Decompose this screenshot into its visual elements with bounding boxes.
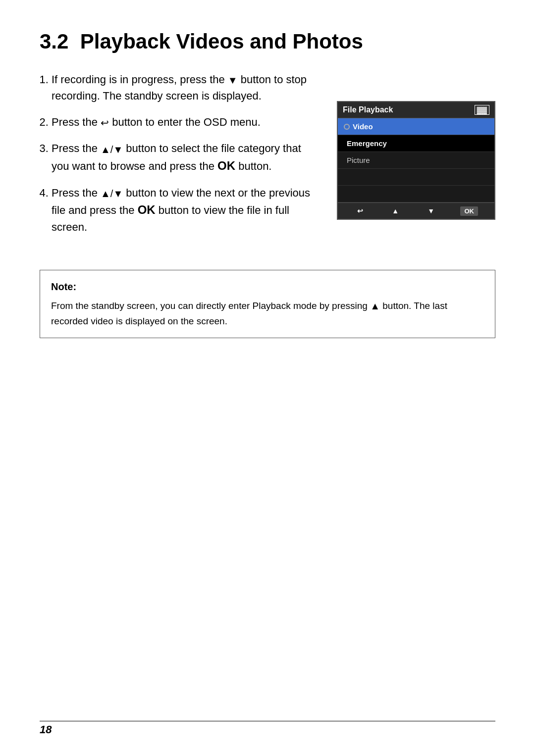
section-title: 3.2 Playback Videos and Photos [40, 30, 495, 53]
instruction-step-2: Press the ↩ button to enter the OSD menu… [52, 114, 317, 130]
note-up-icon: ▲ [370, 299, 380, 314]
page-divider [40, 721, 495, 722]
panel-row-emergency[interactable]: Emergency [338, 135, 494, 152]
ok-label-4: OK [138, 203, 156, 216]
section-number: 3.2 [40, 30, 68, 53]
panel-row-video[interactable]: Video [338, 118, 494, 135]
footer-ok-button[interactable]: OK [460, 206, 478, 216]
panel-row-picture[interactable]: Picture [338, 152, 494, 169]
up-down-icon-4: ▲/▼ [101, 186, 123, 201]
page-number: 18 [40, 723, 52, 736]
instruction-step-1: If recording is in progress, press the ▼… [52, 71, 317, 104]
instruction-step-3: Press the ▲/▼ button to select the file … [52, 140, 317, 174]
panel-footer: ↩ ▲ ▼ OK [338, 202, 494, 219]
section-title-text: Playback Videos and Photos [80, 30, 363, 53]
footer-up-button[interactable]: ▲ [389, 206, 402, 216]
panel-header: File Playback ▓▓ [338, 102, 494, 118]
note-text: From the standby screen, you can directl… [51, 299, 484, 329]
instruction-step-4: Press the ▲/▼ button to view the next or… [52, 185, 317, 235]
ok-label-3: OK [217, 159, 235, 172]
instructions-list: If recording is in progress, press the ▼… [40, 71, 317, 245]
panel-empty-row-2 [338, 186, 494, 202]
note-box: Note: From the standby screen, you can d… [40, 270, 495, 338]
return-icon: ↩ [101, 115, 109, 130]
footer-back-button[interactable]: ↩ [354, 206, 366, 216]
radio-circle-video [344, 124, 350, 130]
panel-empty-row-1 [338, 169, 494, 186]
panel-title: File Playback [343, 105, 393, 114]
battery-icon: ▓▓ [475, 105, 489, 115]
panel-row-picture-label: Picture [347, 156, 370, 164]
panel-row-emergency-label: Emergency [347, 139, 387, 148]
footer-down-button[interactable]: ▼ [425, 206, 437, 216]
down-arrow-icon: ▼ [228, 73, 238, 88]
file-playback-panel: File Playback ▓▓ Video Emergency Picture [337, 101, 495, 220]
ui-panel-wrapper: File Playback ▓▓ Video Emergency Picture [337, 101, 495, 220]
panel-row-video-label: Video [353, 122, 373, 131]
up-down-icon-3: ▲/▼ [101, 142, 123, 157]
note-label: Note: [51, 279, 484, 295]
content-area: If recording is in progress, press the ▼… [40, 71, 495, 245]
